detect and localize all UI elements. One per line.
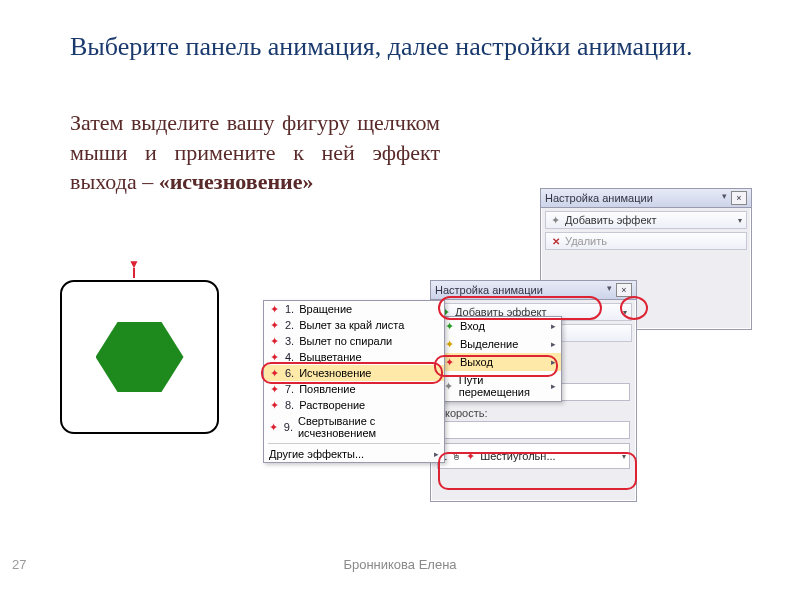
submenu-item[interactable]: ✦4.Выцветание	[264, 349, 444, 365]
submenu-item[interactable]: ✦1.Вращение	[264, 301, 444, 317]
submenu-item-label: Вылет по спирали	[299, 335, 392, 347]
more-effects-item[interactable]: Другие эффекты...▸	[264, 446, 444, 462]
star-icon: ✦	[269, 422, 279, 433]
pane-titlebar: Настройка анимации ▾ ×	[431, 281, 636, 300]
chevron-down-icon: ▾	[623, 308, 627, 317]
exit-effects-submenu: ✦1.Вращение✦2.Вылет за край листа✦3.Выле…	[263, 300, 445, 463]
dropdown-item[interactable]: ✦Выход▸	[439, 353, 561, 371]
pane-title: Настройка анимации	[545, 192, 653, 204]
submenu-item-label: Исчезновение	[299, 367, 371, 379]
star-icon: ✦	[444, 357, 455, 368]
more-effects-label: Другие эффекты...	[269, 448, 364, 460]
slide-body: Затем выделите вашу фигуру щелчком мыши …	[70, 108, 440, 197]
submenu-item[interactable]: ✦7.Появление	[264, 381, 444, 397]
chevron-down-icon: ▾	[738, 216, 742, 225]
slide-title: Выберите панель анимация, далее настройк…	[70, 30, 750, 64]
submenu-item[interactable]: ✦8.Растворение	[264, 397, 444, 413]
remove-label: Удалить	[565, 235, 607, 247]
separator	[268, 443, 440, 444]
star-icon: ✦	[550, 215, 561, 226]
chevron-right-icon: ▸	[551, 381, 556, 391]
dropdown-item[interactable]: ✦Вход▸	[439, 317, 561, 335]
submenu-item[interactable]: ✦3.Вылет по спирали	[264, 333, 444, 349]
add-effect-button[interactable]: ✦ Добавить эффект ▾	[545, 211, 747, 229]
speed-label: Скорость:	[431, 403, 636, 419]
item-number: 8.	[285, 399, 294, 411]
item-number: 1.	[285, 303, 294, 315]
star-icon: ✦	[269, 384, 280, 395]
star-icon: ✦	[444, 381, 454, 392]
item-number: 7.	[285, 383, 294, 395]
close-icon[interactable]: ×	[616, 283, 632, 297]
submenu-item-label: Вращение	[299, 303, 352, 315]
effect-list-item[interactable]: 1 🖱 ✦ Шестиугольн... ▾	[437, 443, 630, 469]
star-icon: ✦	[269, 336, 280, 347]
item-number: 9.	[284, 421, 293, 433]
dropdown-item-label: Выделение	[460, 338, 518, 350]
add-effect-dropdown: ✦Вход▸✦Выделение▸✦Выход▸✦Пути перемещени…	[438, 316, 562, 402]
dropdown-item[interactable]: ✦Выделение▸	[439, 335, 561, 353]
submenu-item[interactable]: ✦9.Свертывание с исчезновением	[264, 413, 444, 441]
chevron-right-icon: ▸	[551, 357, 556, 367]
submenu-item[interactable]: ✦2.Вылет за край листа	[264, 317, 444, 333]
star-icon: ✦	[269, 304, 280, 315]
submenu-item-label: Выцветание	[299, 351, 361, 363]
dropdown-item-label: Вход	[460, 320, 485, 332]
submenu-item[interactable]: ✦6.Исчезновение	[264, 365, 444, 381]
submenu-item-label: Свертывание с исчезновением	[298, 415, 439, 439]
hexagon-shape	[96, 318, 184, 396]
pane-menu-icon: ▾	[719, 191, 729, 205]
item-number: 3.	[285, 335, 294, 347]
star-icon: ✦	[269, 320, 280, 331]
submenu-item-label: Вылет за край листа	[299, 319, 404, 331]
chevron-down-icon: ▾	[622, 452, 626, 461]
add-effect-label: Добавить эффект	[565, 214, 656, 226]
item-label: Шестиугольн...	[480, 450, 555, 462]
star-icon: ✦	[269, 352, 280, 363]
item-number: 4.	[285, 351, 294, 363]
pane-titlebar: Настройка анимации ▾ ×	[541, 189, 751, 208]
item-number: 2.	[285, 319, 294, 331]
chevron-right-icon: ▸	[434, 449, 439, 459]
slide-footer: Бронникова Елена	[0, 557, 800, 572]
body-bold: «исчезновение»	[159, 169, 314, 194]
dropdown-item[interactable]: ✦Пути перемещения▸	[439, 371, 561, 401]
dropdown-item-label: Пути перемещения	[459, 374, 546, 398]
mouse-icon: 🖱	[451, 451, 461, 462]
dropdown-item-label: Выход	[460, 356, 493, 368]
submenu-item-label: Растворение	[299, 399, 365, 411]
pane-menu-icon: ▾	[604, 283, 614, 297]
pane-title: Настройка анимации	[435, 284, 543, 296]
chevron-right-icon: ▸	[551, 321, 556, 331]
star-icon: ✦	[269, 400, 280, 411]
star-icon: ✦	[269, 368, 280, 379]
remove-button[interactable]: ✕ Удалить	[545, 232, 747, 250]
star-icon: ✦	[444, 339, 455, 350]
speed-field[interactable]	[437, 421, 630, 439]
item-number: 6.	[285, 367, 294, 379]
submenu-item-label: Появление	[299, 383, 355, 395]
star-icon: ✦	[444, 321, 455, 332]
chevron-right-icon: ▸	[551, 339, 556, 349]
x-icon: ✕	[550, 236, 561, 247]
red-arrow-indicator: ▼	[128, 260, 140, 278]
close-icon[interactable]: ×	[731, 191, 747, 205]
star-icon: ✦	[465, 451, 476, 462]
shape-preview-card	[60, 280, 219, 434]
